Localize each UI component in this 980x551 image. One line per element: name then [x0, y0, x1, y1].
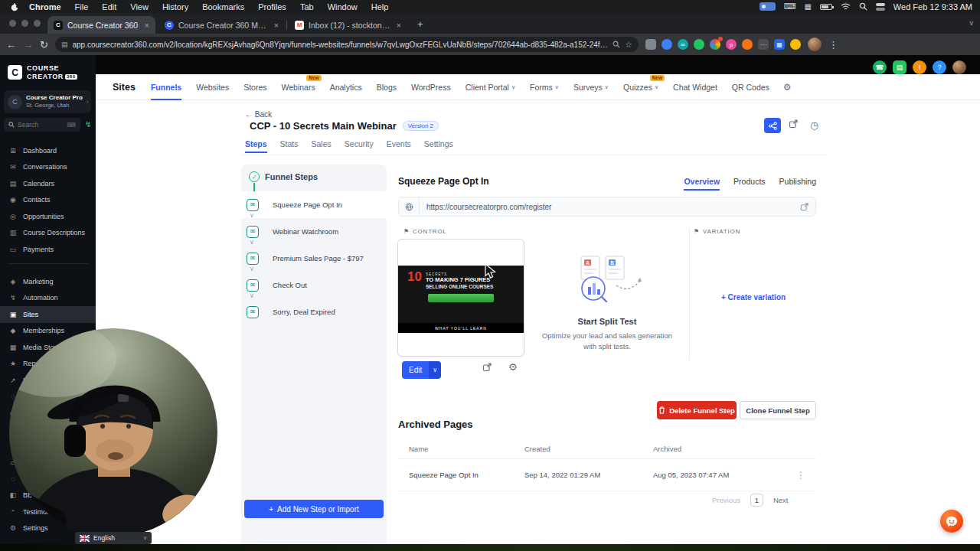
tab-close-icon[interactable]: × — [397, 21, 401, 30]
tab-overview[interactable]: Overview — [684, 177, 720, 191]
phone-icon[interactable]: ☎ — [873, 60, 887, 74]
menu-help[interactable]: Help — [364, 2, 396, 11]
extension-icon[interactable] — [790, 39, 801, 50]
sidebar-item-opportunities[interactable]: ◎Opportunities — [0, 208, 96, 225]
funnel-step-row[interactable]: ✉ Check Out — [241, 272, 387, 298]
tab-stats[interactable]: Stats — [280, 139, 299, 153]
quick-actions-icon[interactable]: ↯ — [85, 120, 91, 129]
battery-icon[interactable] — [820, 4, 832, 10]
minimize-window-button[interactable] — [21, 20, 28, 27]
bookmark-star-icon[interactable]: ☆ — [625, 40, 632, 50]
menu-file[interactable]: File — [68, 2, 96, 11]
control-center-icon[interactable] — [876, 3, 885, 11]
nav-webinars[interactable]: WebinarsNew — [282, 83, 315, 92]
pagination-previous[interactable]: Previous — [712, 496, 740, 504]
account-switcher[interactable]: C Course Creator Pro St. George, Utah › — [4, 90, 91, 113]
nav-wordpress[interactable]: WordPress — [411, 83, 451, 92]
site-info-icon[interactable]: ▤ — [61, 41, 68, 48]
add-new-step-button[interactable]: + Add New Step or Import — [244, 500, 384, 518]
close-window-button[interactable] — [9, 20, 16, 27]
tab-publishing[interactable]: Publishing — [779, 177, 816, 191]
sidebar-search[interactable]: ⌨ — [4, 118, 80, 132]
create-variation-button[interactable]: + Create variation — [696, 293, 811, 302]
menubar-app-name[interactable]: Chrome — [22, 2, 68, 11]
funnel-step-row[interactable]: ✉ Webinar Watchroom — [241, 218, 387, 245]
browser-tab[interactable]: C Course Creator 360 Member... × — [158, 16, 285, 34]
address-bar[interactable]: ▤ app.coursecreator360.com/v2/location/k… — [55, 37, 639, 52]
share-button[interactable] — [764, 118, 781, 133]
menubar-clock[interactable]: Wed Feb 12 9:33 AM — [893, 2, 972, 11]
menu-tab[interactable]: Tab — [293, 2, 321, 11]
table-row[interactable]: Squeeze Page Opt In Sep 14, 2022 01:29 A… — [398, 459, 816, 491]
extension-icon[interactable] — [645, 39, 656, 50]
menu-bookmarks[interactable]: Bookmarks — [195, 2, 251, 11]
search-input[interactable] — [18, 121, 57, 129]
browser-tab[interactable]: C Course Creator 360 × — [47, 16, 155, 34]
sidebar-item-automation[interactable]: ↯Automation — [0, 290, 96, 307]
sidebar-item-contacts[interactable]: ◉Contacts — [0, 192, 96, 209]
browser-profile-avatar[interactable] — [808, 37, 822, 51]
nav-forms[interactable]: Forms∨ — [530, 83, 559, 92]
nav-surveys[interactable]: Surveys∨ — [573, 83, 609, 92]
page-preview-card[interactable]: 10 SECRETS TO MAKING 7 FIGURES SELLING O… — [397, 239, 524, 357]
edit-dropdown-caret[interactable]: ∨ — [429, 361, 441, 379]
pagination-next[interactable]: Next — [773, 496, 789, 504]
menu-history[interactable]: History — [155, 2, 195, 11]
extension-icon[interactable]: ▦ — [774, 39, 785, 50]
extension-icon[interactable]: ∞ — [678, 39, 688, 50]
nav-funnels[interactable]: Funnels — [151, 83, 181, 92]
nav-chat-widget[interactable]: Chat Widget — [673, 83, 717, 92]
page-url[interactable]: https://coursecreatorpro.com/register — [420, 203, 800, 211]
extension-icon[interactable]: ⋯ — [758, 39, 769, 50]
sidebar-item-marketing[interactable]: ◈Marketing — [0, 273, 96, 290]
messages-icon[interactable]: ▤ — [893, 60, 906, 74]
browser-menu-icon[interactable]: ⋮ — [828, 39, 838, 51]
subnav-settings-gear-icon[interactable]: ⚙ — [783, 82, 792, 93]
extension-icon[interactable] — [710, 39, 720, 50]
extension-icon[interactable]: p — [726, 39, 737, 50]
extension-icon[interactable] — [694, 39, 704, 50]
page-settings-gear-icon[interactable]: ⚙ — [508, 361, 518, 373]
keyboard-icon[interactable]: ⌨ — [784, 2, 796, 11]
nav-blogs[interactable]: Blogs — [377, 83, 397, 92]
history-clock-button[interactable]: ◷ — [810, 119, 818, 131]
extension-icon[interactable] — [742, 39, 753, 50]
nav-qr-codes[interactable]: QR Codes — [732, 83, 769, 92]
apple-menu-icon[interactable] — [8, 2, 22, 11]
zoom-window-button[interactable] — [34, 20, 41, 27]
tab-steps[interactable]: Steps — [245, 139, 267, 153]
tab-sales[interactable]: Sales — [312, 139, 332, 153]
tab-products[interactable]: Products — [733, 177, 765, 191]
nav-stores[interactable]: Stores — [243, 83, 266, 92]
browser-tab[interactable]: M Inbox (12) - stockton.walbec... × — [289, 16, 407, 34]
extension-icon[interactable] — [662, 39, 672, 50]
tab-security[interactable]: Security — [345, 139, 374, 153]
clone-funnel-step-button[interactable]: Clone Funnel Step — [740, 401, 816, 419]
edit-split-button[interactable]: Edit ∨ — [402, 361, 441, 379]
nav-quizzes[interactable]: Quizzes∨New — [623, 83, 658, 92]
help-icon[interactable]: ? — [933, 60, 946, 74]
sidebar-item-calendars[interactable]: ▤Calendars — [0, 175, 96, 192]
back-link[interactable]: ← Back — [245, 110, 272, 119]
user-avatar[interactable] — [952, 60, 966, 74]
nav-analytics[interactable]: Analytics — [330, 83, 362, 92]
zoom-icon[interactable] — [612, 41, 620, 48]
funnel-step-row[interactable]: ✉ Sorry, Deal Expired — [241, 298, 387, 325]
reload-button[interactable]: ↻ — [40, 39, 48, 51]
menu-view[interactable]: View — [123, 2, 155, 11]
sidebar-item-sites[interactable]: ▣Sites — [0, 306, 96, 323]
nav-websites[interactable]: Websites — [196, 83, 229, 92]
preview-open-icon[interactable] — [482, 363, 492, 372]
sidebar-item-dashboard[interactable]: ⊞Dashboard — [0, 142, 96, 159]
alerts-icon[interactable]: ! — [913, 60, 926, 74]
tab-events[interactable]: Events — [387, 139, 411, 153]
pagination-page[interactable]: 1 — [750, 494, 763, 507]
screen-share-icon[interactable] — [760, 2, 776, 11]
tab-close-icon[interactable]: × — [274, 21, 279, 30]
nav-client-portal[interactable]: Client Portal∨ — [466, 83, 515, 92]
chat-launcher-button[interactable] — [940, 510, 963, 533]
tab-settings[interactable]: Settings — [424, 139, 453, 153]
spotlight-icon[interactable] — [859, 2, 867, 11]
sidebar-item-course-descriptions[interactable]: ▥Course Descriptions — [0, 225, 96, 242]
sidebar-item-conversations[interactable]: ✉Conversations — [0, 159, 96, 176]
